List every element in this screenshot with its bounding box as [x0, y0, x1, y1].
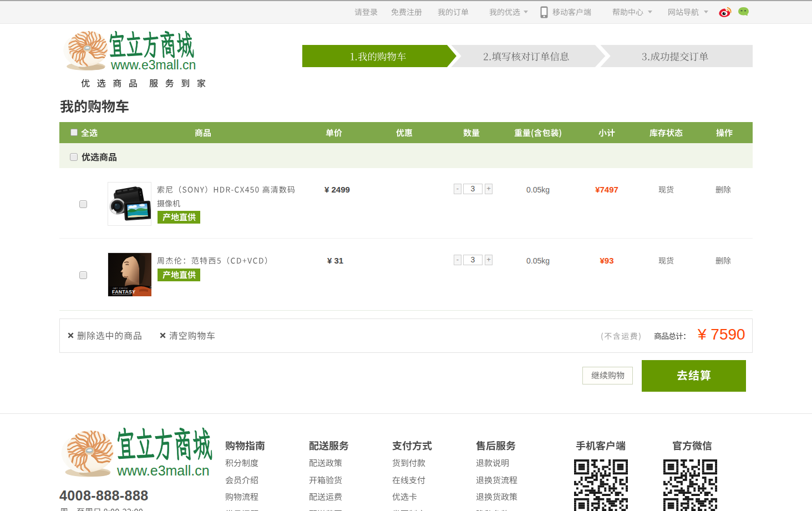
svg-text:FANTASY: FANTASY [112, 289, 135, 295]
svg-text:BAO: BAO [150, 286, 151, 289]
